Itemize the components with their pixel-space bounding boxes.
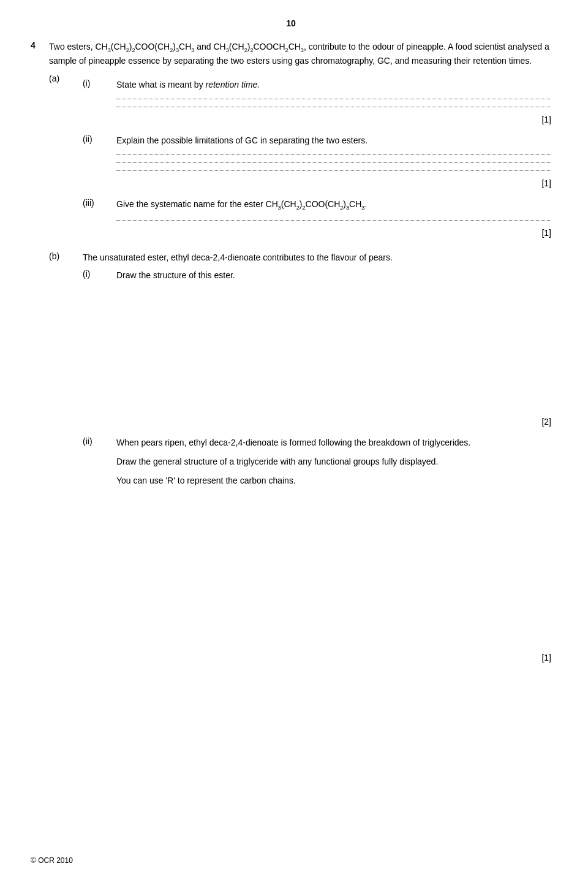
part-a-content: (i) State what is meant by retention tim… (83, 74, 551, 242)
part-a-ii-label: (ii) (83, 134, 116, 144)
part-a: (a) (i) State what is meant by retention… (49, 74, 551, 242)
question-number: 4 (31, 40, 49, 674)
page-number: 10 (31, 18, 551, 28)
answer-space-a-ii (116, 154, 551, 171)
question-intro-text: Two esters, CH3(CH2)2COO(CH2)3CH3 and CH… (49, 40, 551, 67)
part-a-iii: (iii) Give the systematic name for the e… (83, 198, 551, 242)
part-b-ii-text-2: Draw the general structure of a triglyce… (116, 455, 551, 468)
part-b-label: (b) (49, 251, 83, 261)
mark-a-iii: [1] (116, 228, 551, 238)
part-a-i-label: (i) (83, 78, 116, 88)
part-a-i-content: State what is meant by retention time. [… (116, 78, 551, 129)
part-b-i-label: (i) (83, 269, 116, 279)
part-b-ii-content: When pears ripen, ethyl deca-2,4-dienoat… (116, 436, 551, 667)
part-a-ii-content: Explain the possible limitations of GC i… (116, 134, 551, 193)
dotted-line-4 (116, 162, 551, 163)
italic-retention-time: retention time. (206, 80, 260, 89)
footer-copyright: © OCR 2010 (31, 856, 73, 865)
part-b-intro: The unsaturated ester, ethyl deca-2,4-di… (83, 251, 551, 264)
mark-b-ii: [1] (116, 653, 551, 662)
part-b-i-text: Draw the structure of this ester. (116, 269, 551, 282)
answer-space-a-i (116, 99, 551, 107)
dotted-line-6 (116, 220, 551, 221)
draw-space-b-i (116, 288, 551, 411)
part-b-i: (i) Draw the structure of this ester. [2… (83, 269, 551, 431)
dotted-line-2 (116, 107, 551, 107)
answer-space-a-iii (116, 220, 551, 221)
exam-page: 10 4 Two esters, CH3(CH2)2COO(CH2)3CH3 a… (0, 0, 588, 877)
question-content: Two esters, CH3(CH2)2COO(CH2)3CH3 and CH… (49, 40, 551, 674)
part-b-content: The unsaturated ester, ethyl deca-2,4-di… (83, 251, 551, 667)
part-a-label: (a) (49, 74, 83, 83)
mark-a-ii: [1] (116, 178, 551, 188)
mark-b-i: [2] (116, 417, 551, 427)
part-a-i: (i) State what is meant by retention tim… (83, 78, 551, 129)
part-b-i-content: Draw the structure of this ester. [2] (116, 269, 551, 431)
part-a-iii-label: (iii) (83, 198, 116, 208)
part-b: (b) The unsaturated ester, ethyl deca-2,… (49, 251, 551, 667)
part-a-iii-text: Give the systematic name for the ester C… (116, 198, 551, 212)
part-a-iii-content: Give the systematic name for the ester C… (116, 198, 551, 242)
part-b-ii-text-1: When pears ripen, ethyl deca-2,4-dienoat… (116, 436, 551, 449)
part-a-ii: (ii) Explain the possible limitations of… (83, 134, 551, 193)
dotted-line-3 (116, 154, 551, 155)
question-4: 4 Two esters, CH3(CH2)2COO(CH2)3CH3 and … (31, 40, 551, 674)
part-b-ii-text-3: You can use 'R' to represent the carbon … (116, 474, 551, 487)
page-footer: © OCR 2010 (31, 856, 551, 865)
dotted-line-5 (116, 170, 551, 171)
part-a-i-text: State what is meant by retention time. (116, 78, 551, 91)
mark-a-i: [1] (116, 115, 551, 124)
draw-space-b-ii (116, 493, 551, 647)
part-b-ii: (ii) When pears ripen, ethyl deca-2,4-di… (83, 436, 551, 667)
dotted-line-1 (116, 99, 551, 99)
part-b-ii-label: (ii) (83, 436, 116, 446)
part-a-ii-text: Explain the possible limitations of GC i… (116, 134, 551, 147)
